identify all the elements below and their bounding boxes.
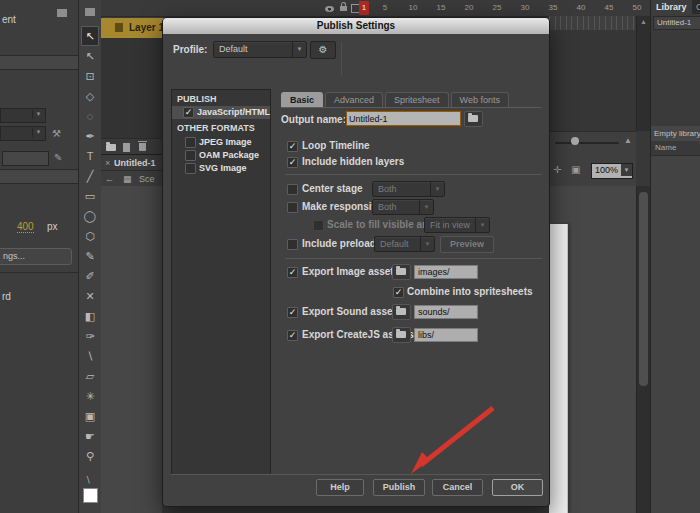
timeline-ruler[interactable]: 1 5101520253035404550556065 bbox=[101, 0, 650, 17]
paint-bucket-tool[interactable]: ◧ bbox=[81, 306, 99, 326]
pencil-tool[interactable]: ✎ bbox=[81, 246, 99, 266]
stage-height-value[interactable]: 400 bbox=[17, 221, 34, 233]
format-jpeg-image[interactable]: JPEG Image bbox=[172, 136, 270, 149]
delete-layer-icon[interactable] bbox=[139, 143, 146, 151]
eraser-tool[interactable]: ▱ bbox=[81, 366, 99, 386]
format-javascript-html[interactable]: JavaScript/HTML bbox=[172, 106, 270, 119]
text-tool[interactable]: T bbox=[81, 146, 99, 166]
tab-cc-libraries-partial[interactable]: CC bbox=[693, 0, 700, 14]
color-swatch[interactable] bbox=[83, 488, 98, 503]
output-folder-button[interactable] bbox=[464, 111, 483, 127]
make-responsive-dropdown[interactable]: Both ▼ bbox=[372, 199, 434, 215]
format-checkbox[interactable] bbox=[185, 163, 196, 174]
new-layer-icon[interactable] bbox=[123, 143, 130, 152]
free-transform-tool[interactable]: ⊡ bbox=[81, 66, 99, 86]
timeline-frames-area[interactable] bbox=[549, 30, 636, 131]
clip-bounds-icon[interactable]: ▣ bbox=[571, 164, 580, 175]
cancel-button[interactable]: Cancel bbox=[432, 479, 483, 496]
scrollbar-thumb[interactable] bbox=[639, 192, 648, 386]
library-name-header[interactable]: Name bbox=[651, 141, 700, 156]
gradient-transform-tool[interactable]: ◇ bbox=[81, 86, 99, 106]
pen-tool[interactable]: ✒ bbox=[81, 126, 99, 146]
preview-button[interactable]: Preview bbox=[440, 236, 494, 253]
format-oam-package[interactable]: OAM Package bbox=[172, 149, 270, 162]
frame-number[interactable]: 15 bbox=[431, 3, 451, 12]
lock-icon[interactable] bbox=[340, 6, 347, 11]
tab-spritesheet[interactable]: Spritesheet bbox=[385, 92, 449, 107]
frame-number[interactable]: 5 bbox=[375, 3, 395, 12]
playhead[interactable]: 1 bbox=[359, 1, 369, 15]
camera-tool[interactable]: ▣ bbox=[81, 406, 99, 426]
bone-tool[interactable]: ✕ bbox=[81, 286, 99, 306]
center-stage-checkbox[interactable] bbox=[287, 184, 298, 195]
export-sound-checkbox[interactable] bbox=[287, 307, 298, 318]
line-tool[interactable]: ╱ bbox=[81, 166, 99, 186]
deco-tool[interactable]: ✳ bbox=[81, 386, 99, 406]
frame-number[interactable]: 45 bbox=[599, 3, 619, 12]
brush-tool[interactable]: ✐ bbox=[81, 266, 99, 286]
timeline-scrollbar[interactable]: ▲ bbox=[636, 16, 650, 131]
scale-fill-dropdown[interactable]: Fit in view ▼ bbox=[424, 217, 490, 233]
tab-web-fonts[interactable]: Web fonts bbox=[451, 92, 509, 107]
make-responsive-checkbox[interactable] bbox=[287, 202, 298, 213]
swatch-eyedropper-icon[interactable]: ∖ bbox=[85, 475, 91, 485]
image-path-field[interactable]: images/ bbox=[414, 265, 478, 279]
format-checkbox[interactable] bbox=[185, 137, 196, 148]
left-dropdown-1[interactable]: ▼ bbox=[0, 108, 46, 123]
zoom-tool[interactable]: ⚲ bbox=[81, 446, 99, 466]
eyedropper-tool[interactable]: ∖ bbox=[81, 346, 99, 366]
polystar-tool[interactable]: ⬡ bbox=[81, 226, 99, 246]
ink-bottle-tool[interactable]: ✑ bbox=[81, 326, 99, 346]
document-tab[interactable]: × Untitled-1 bbox=[101, 155, 162, 171]
help-button[interactable]: Help bbox=[316, 479, 364, 496]
scene-label-partial[interactable]: Sce bbox=[139, 174, 155, 184]
combine-spritesheets-checkbox[interactable] bbox=[393, 287, 404, 298]
frame-number[interactable]: 50 bbox=[627, 3, 647, 12]
frame-number[interactable]: 40 bbox=[571, 3, 591, 12]
format-checkbox[interactable] bbox=[185, 150, 196, 161]
left-dropdown-2[interactable]: ▼ bbox=[0, 126, 46, 141]
createjs-folder-button[interactable] bbox=[392, 327, 411, 343]
panel-section-header-2[interactable] bbox=[0, 169, 78, 184]
scale-fill-checkbox[interactable] bbox=[313, 220, 324, 231]
subselection-tool[interactable]: ↖ bbox=[81, 46, 99, 66]
profile-dropdown[interactable]: Default ▼ bbox=[213, 41, 307, 58]
layer-name[interactable]: Layer 1 bbox=[129, 22, 164, 33]
library-document-select[interactable]: Untitled-1 bbox=[653, 16, 700, 30]
output-name-input[interactable] bbox=[346, 111, 461, 126]
frame-number[interactable]: 35 bbox=[543, 3, 563, 12]
profile-options-button[interactable]: ⚙ bbox=[310, 41, 336, 59]
export-createjs-checkbox[interactable] bbox=[287, 330, 298, 341]
ok-button[interactable]: OK bbox=[492, 479, 543, 496]
center-stage-dropdown[interactable]: Both ▼ bbox=[372, 181, 445, 197]
frame-number[interactable]: 30 bbox=[515, 3, 535, 12]
loop-timeline-checkbox[interactable] bbox=[287, 141, 298, 152]
stage-zoom-dropdown[interactable]: 100% ▼ bbox=[591, 163, 633, 179]
frame-number[interactable]: 10 bbox=[403, 3, 423, 12]
selection-tool[interactable]: ↖ bbox=[81, 26, 99, 46]
sound-folder-button[interactable] bbox=[392, 304, 411, 320]
hand-tool[interactable]: ☛ bbox=[81, 426, 99, 446]
export-image-checkbox[interactable] bbox=[287, 267, 298, 278]
publish-button[interactable]: Publish bbox=[373, 479, 425, 496]
settings-button-partial[interactable]: ngs... bbox=[0, 248, 72, 265]
lasso-tool[interactable]: ◌ bbox=[81, 106, 99, 126]
dialog-title[interactable]: Publish Settings bbox=[163, 18, 549, 34]
panel-collapse-icon[interactable] bbox=[85, 8, 95, 16]
frame-number[interactable]: 20 bbox=[459, 3, 479, 12]
tab-basic[interactable]: Basic bbox=[281, 92, 323, 107]
center-frame-icon[interactable]: ✛ bbox=[553, 164, 561, 175]
sound-path-field[interactable]: sounds/ bbox=[414, 305, 478, 319]
frame-tick-band[interactable] bbox=[549, 16, 635, 31]
eye-icon[interactable] bbox=[325, 6, 334, 12]
format-checkbox[interactable] bbox=[183, 107, 194, 118]
slider-thumb[interactable] bbox=[571, 137, 579, 145]
include-preloader-checkbox[interactable] bbox=[287, 239, 298, 250]
include-hidden-layers-checkbox[interactable] bbox=[287, 157, 298, 168]
frame-number[interactable]: 25 bbox=[487, 3, 507, 12]
image-folder-button[interactable] bbox=[392, 264, 411, 280]
close-icon[interactable]: × bbox=[105, 155, 110, 171]
stage-canvas[interactable] bbox=[549, 224, 568, 513]
panel-collapse-icon[interactable] bbox=[57, 9, 67, 17]
preloader-dropdown[interactable]: Default ▼ bbox=[374, 236, 435, 252]
